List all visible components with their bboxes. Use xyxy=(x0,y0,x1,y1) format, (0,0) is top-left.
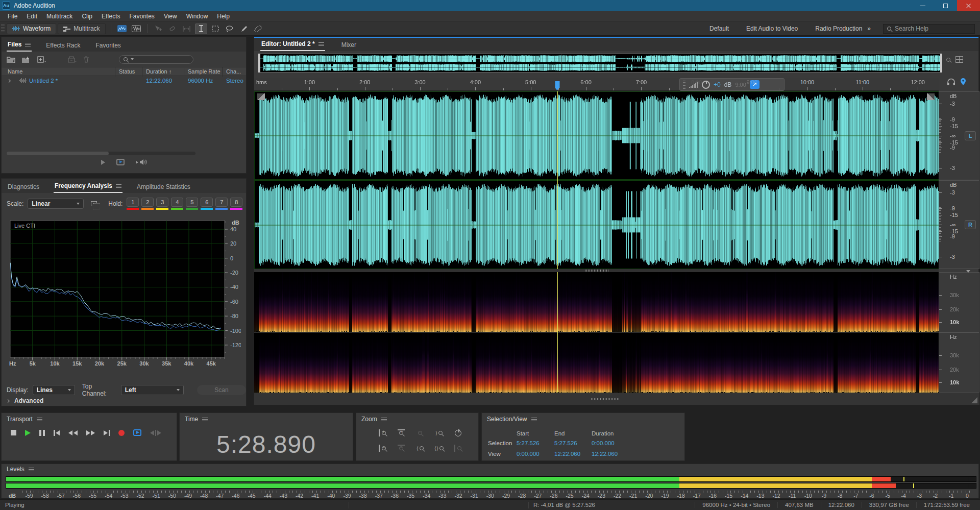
workspace-radio-production[interactable]: Radio Production xyxy=(815,25,862,32)
file-name[interactable]: Untitled 2 * xyxy=(29,78,58,84)
razor-tool[interactable] xyxy=(166,23,179,34)
menu-favorites[interactable]: Favorites xyxy=(125,12,159,21)
channel-badge-l[interactable]: L xyxy=(965,131,976,140)
panel-menu-icon[interactable] xyxy=(25,43,31,46)
hold-button-1[interactable]: 1 xyxy=(127,198,139,210)
lasso-selection-tool[interactable] xyxy=(224,23,236,34)
zoom-out-time-button[interactable] xyxy=(395,443,408,454)
menu-help[interactable]: Help xyxy=(212,12,234,21)
fast-forward-button[interactable] xyxy=(86,430,95,435)
column-duration[interactable]: Duration ↑ xyxy=(146,68,172,75)
loop-playback-button[interactable] xyxy=(133,429,141,436)
tab-amplitude-statistics[interactable]: Amplitude Statistics xyxy=(136,181,191,193)
spectral-display[interactable] xyxy=(254,272,939,393)
hold-button-5[interactable]: 5 xyxy=(186,198,198,210)
workspace-overflow-button[interactable]: » xyxy=(867,25,871,32)
corner-handle[interactable] xyxy=(927,93,935,100)
zoom-to-left-edge-button[interactable]: ⟨ xyxy=(413,443,427,454)
headphones-icon[interactable] xyxy=(947,78,955,86)
corner-handle[interactable] xyxy=(257,93,265,100)
selview-value[interactable]: 5:27.526 xyxy=(517,440,540,446)
zoom-to-right-edge-button[interactable]: ⟩ xyxy=(432,427,446,439)
hzoom-scrollbar[interactable] xyxy=(591,398,620,400)
pause-button[interactable] xyxy=(39,430,45,436)
waveform-left-channel[interactable] xyxy=(254,91,939,180)
column-status[interactable]: Status xyxy=(119,68,135,75)
amplitude-ruler-right[interactable]: dB-3-9-15-∞-15-9-3R xyxy=(939,180,979,269)
splitter-grip[interactable] xyxy=(585,270,608,272)
file-overview-bar[interactable] xyxy=(258,54,942,72)
tab-frequency-analysis[interactable]: Frequency Analysis xyxy=(54,180,122,193)
collapse-spectral-icon[interactable] xyxy=(966,270,970,273)
timeline-ruler[interactable]: hms 1:002:003:004:005:006:007:008:009:00… xyxy=(254,78,939,91)
spectrogram-right-channel[interactable] xyxy=(254,333,939,393)
help-search-box[interactable]: Search Help xyxy=(883,24,975,34)
record-button[interactable] xyxy=(118,430,125,436)
channel-badge-r[interactable]: R xyxy=(965,220,976,229)
time-selection-tool[interactable] xyxy=(195,23,207,34)
show-waveform-display-button[interactable] xyxy=(130,23,142,34)
hold-button-3[interactable]: 3 xyxy=(156,198,168,210)
menu-file[interactable]: File xyxy=(3,12,22,21)
copy-graph-icon[interactable] xyxy=(91,201,97,206)
files-scrollbar-thumb[interactable] xyxy=(7,152,109,155)
frequency-chart[interactable]: dB40200-20-40-60-80-100-120Hz5k10k15k20k… xyxy=(7,217,241,371)
volume-knob[interactable] xyxy=(702,81,710,89)
column-samplerate[interactable]: Sample Rate xyxy=(188,68,220,75)
current-time-display[interactable]: 5:28.890 xyxy=(180,430,353,458)
show-spectral-display-button[interactable] xyxy=(116,23,128,34)
panel-menu-icon[interactable] xyxy=(202,418,208,421)
frequency-ruler-right[interactable]: Hz30k20k10k xyxy=(939,332,979,393)
preview-play-button[interactable] xyxy=(101,160,105,165)
hud-gain-value[interactable]: +0 xyxy=(714,81,721,88)
tab-files[interactable]: Files xyxy=(7,38,32,52)
slip-tool[interactable] xyxy=(181,23,193,34)
panel-menu-icon[interactable] xyxy=(531,418,537,421)
hold-button-8[interactable]: 8 xyxy=(230,198,242,210)
selview-value[interactable]: 12:22.060 xyxy=(592,451,618,457)
file-channels[interactable]: Stereo xyxy=(226,78,243,84)
zoom-to-selection-button[interactable]: ⟨⟩ xyxy=(432,443,446,454)
files-search-input[interactable] xyxy=(119,55,193,64)
move-to-previous-button[interactable] xyxy=(54,430,60,436)
delete-file-button[interactable] xyxy=(83,56,89,63)
tab-mixer[interactable]: Mixer xyxy=(340,39,357,51)
waveform-display[interactable] xyxy=(254,91,939,269)
import-file-button[interactable] xyxy=(21,56,31,63)
overview-right-handle[interactable] xyxy=(940,54,942,72)
level-meter-bar[interactable] xyxy=(6,483,976,489)
playhead-handle[interactable] xyxy=(555,81,559,88)
file-sample_rate[interactable]: 96000 Hz xyxy=(188,78,213,84)
frequency-ruler-left[interactable]: Hz30k20k10k xyxy=(939,272,979,332)
menu-effects[interactable]: Effects xyxy=(97,12,125,21)
menu-clip[interactable]: Clip xyxy=(77,12,97,21)
zoom-out-amplitude-button[interactable] xyxy=(376,443,389,454)
zoom-in-time-button[interactable] xyxy=(395,427,408,439)
selview-value[interactable]: 5:27.526 xyxy=(554,440,577,446)
multitrack-view-button[interactable]: Multitrack xyxy=(58,23,105,34)
workspace-edit-audio-to-video[interactable]: Edit Audio to Video xyxy=(746,25,798,32)
column-cha[interactable]: Cha... xyxy=(226,68,241,75)
resize-grip-icon[interactable] xyxy=(971,397,977,403)
panel-menu-icon[interactable] xyxy=(116,184,121,188)
amplitude-ruler-left[interactable]: dB-3-9-15-∞-15-9-3L xyxy=(939,91,979,180)
hold-button-2[interactable]: 2 xyxy=(141,198,154,210)
zoom-in-amplitude-button[interactable] xyxy=(376,427,389,439)
hold-button-4[interactable]: 4 xyxy=(171,198,183,210)
preview-volume-hud[interactable]: +0 dB 9:00 ↗ xyxy=(679,78,785,91)
panel-menu-icon[interactable] xyxy=(29,468,34,471)
overview-zoom-icon[interactable] xyxy=(946,58,950,62)
panel-menu-icon[interactable] xyxy=(318,42,324,46)
zoom-out-full-button[interactable] xyxy=(413,427,427,439)
selview-value[interactable]: 0:00.000 xyxy=(517,451,540,457)
menu-view[interactable]: View xyxy=(159,12,182,21)
hold-button-6[interactable]: 6 xyxy=(201,198,213,210)
expand-row-icon[interactable] xyxy=(7,79,11,83)
save-file-button[interactable] xyxy=(68,56,77,63)
scale-select[interactable]: Linear xyxy=(28,199,84,209)
menu-edit[interactable]: Edit xyxy=(22,12,42,21)
new-file-button[interactable] xyxy=(37,56,46,63)
file-row[interactable]: Untitled 2 *12:22.06096000 HzStereo xyxy=(2,76,246,86)
overview-left-handle[interactable] xyxy=(258,54,260,72)
play-button[interactable] xyxy=(25,430,31,436)
